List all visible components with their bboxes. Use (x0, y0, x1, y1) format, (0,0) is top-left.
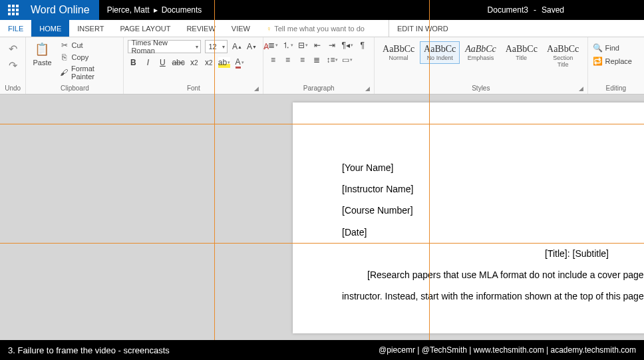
group-label-editing: Editing (592, 83, 640, 94)
styles-dialog-launcher[interactable]: ◢ (579, 85, 583, 92)
tell-me-placeholder: Tell me what you want to do (274, 25, 365, 33)
font-color-button[interactable]: A (234, 57, 245, 68)
show-marks-button[interactable]: ¶ (357, 40, 368, 51)
shrink-font-button[interactable]: A▼ (246, 41, 257, 52)
style-no-indent[interactable]: AaBbCcNo Indent (420, 41, 460, 64)
format-painter-button[interactable]: 🖌Format Painter (59, 64, 120, 81)
align-left-button[interactable]: ≡ (267, 55, 278, 65)
style-preview: AaBbCc (424, 44, 456, 55)
doc-date-line[interactable]: [Date] (342, 222, 644, 243)
style-emphasis[interactable]: AaBbCcEmphasis (461, 41, 500, 64)
copy-button[interactable]: ⎘Copy (59, 52, 120, 63)
strikethrough-button[interactable]: abc (172, 57, 184, 68)
group-label-styles: Styles◢ (379, 83, 583, 94)
doc-name-line[interactable]: [Your Name] (342, 157, 644, 178)
style-preview: AaBbCc (383, 44, 414, 55)
group-label-paragraph: Paragraph◢ (267, 83, 370, 94)
paragraph-dialog-launcher[interactable]: ◢ (365, 85, 370, 92)
style-name: No Indent (424, 55, 456, 61)
chevron-right-icon: ▸ (154, 5, 158, 15)
doc-instructor-line[interactable]: [Instructor Name] (342, 178, 644, 200)
format-painter-icon: 🖌 (60, 68, 69, 77)
font-family-select[interactable]: Times New Roman (128, 40, 201, 53)
document-canvas[interactable]: [Your Name] [Instructor Name] [Course Nu… (0, 94, 644, 340)
tab-page-layout[interactable]: PAGE LAYOUT (112, 20, 178, 37)
replace-button[interactable]: 🔁Replace (592, 56, 633, 67)
paste-icon: 📋 (34, 41, 50, 57)
group-label-undo: Undo (4, 83, 21, 94)
redo-button[interactable]: ↷ (9, 59, 17, 72)
waffle-icon (8, 5, 19, 15)
line-spacing-button[interactable]: ↕≡ (326, 55, 338, 65)
align-right-button[interactable]: ≡ (297, 55, 307, 65)
cut-button[interactable]: ✂Cut (59, 40, 120, 51)
undo-button[interactable]: ↶ (9, 43, 17, 55)
save-status: Saved (542, 5, 564, 15)
style-name: Title (506, 55, 538, 61)
find-button[interactable]: 🔍Find (592, 43, 621, 53)
style-title[interactable]: AaBbCcTitle (502, 41, 542, 64)
style-name: Section Title (547, 55, 579, 68)
app-launcher-button[interactable] (0, 0, 27, 20)
app-name: Word Online (27, 0, 99, 20)
group-label-font: Font◢ (128, 83, 259, 94)
grow-font-button[interactable]: A▲ (232, 41, 242, 52)
style-name: Normal (383, 55, 414, 61)
document-name[interactable]: Document3 (488, 5, 528, 15)
style-preview: AaBbCc (465, 44, 496, 55)
tab-review[interactable]: REVIEW (178, 20, 223, 37)
style-normal[interactable]: AaBbCcNormal (379, 41, 418, 64)
doc-body[interactable]: [Research papers that use MLA format do … (342, 264, 644, 307)
doc-course-line[interactable]: [Course Number] (342, 200, 644, 221)
tab-view[interactable]: VIEW (224, 20, 258, 37)
text-direction-button[interactable]: ¶◂ (341, 40, 353, 51)
copy-icon: ⎘ (60, 53, 69, 62)
style-name: Emphasis (465, 55, 496, 61)
cut-icon: ✂ (60, 41, 69, 50)
replace-icon: 🔁 (593, 57, 603, 66)
tab-insert[interactable]: INSERT (69, 20, 112, 37)
breadcrumb[interactable]: Pierce, Matt ▸ Documents (99, 5, 210, 15)
style-section-title[interactable]: AaBbCcSection Title (543, 41, 583, 71)
lightbulb-icon: ♀ (266, 25, 271, 33)
document-page[interactable]: [Your Name] [Instructor Name] [Course Nu… (293, 102, 644, 333)
superscript-button[interactable]: x2 (204, 57, 214, 68)
group-label-clipboard: Clipboard (30, 83, 119, 94)
style-preview: AaBbCc (547, 44, 579, 55)
align-center-button[interactable]: ≡ (282, 55, 293, 65)
increase-indent-button[interactable]: ⇥ (327, 40, 337, 51)
italic-button[interactable]: I (142, 57, 153, 68)
highlight-button[interactable]: ab (218, 57, 230, 68)
footer-credits: @piecemr | @TechSmith | www.techsmith.co… (379, 345, 636, 355)
justify-button[interactable]: ≣ (311, 55, 322, 65)
tell-me-search[interactable]: ♀ Tell me what you want to do (258, 20, 373, 37)
font-size-select[interactable]: 12 (205, 40, 228, 53)
slide-caption: 3. Failure to frame the video - screenca… (8, 345, 170, 355)
breadcrumb-user: Pierce, Matt (107, 5, 150, 15)
multilevel-list-button[interactable]: ⊟ (297, 40, 308, 51)
underline-button[interactable]: U (157, 57, 168, 68)
numbering-button[interactable]: ⒈ (282, 40, 293, 51)
decrease-indent-button[interactable]: ⇤ (312, 40, 323, 51)
paste-button[interactable]: 📋 Paste (30, 40, 54, 68)
tab-file[interactable]: FILE (0, 20, 31, 37)
font-dialog-launcher[interactable]: ◢ (254, 85, 259, 92)
doc-title-line[interactable]: [Title]: [Subtitle] (342, 243, 644, 264)
bold-button[interactable]: B (128, 57, 138, 68)
bullets-button[interactable]: ≣ (267, 40, 278, 51)
find-icon: 🔍 (593, 43, 603, 53)
subscript-button[interactable]: x2 (189, 57, 200, 68)
breadcrumb-location: Documents (162, 5, 202, 15)
tab-home[interactable]: HOME (31, 20, 69, 37)
shading-button[interactable]: ▭ (342, 55, 353, 65)
style-preview: AaBbCc (506, 44, 538, 55)
dash: - (534, 5, 536, 15)
edit-in-word-button[interactable]: EDIT IN WORD (389, 20, 456, 37)
